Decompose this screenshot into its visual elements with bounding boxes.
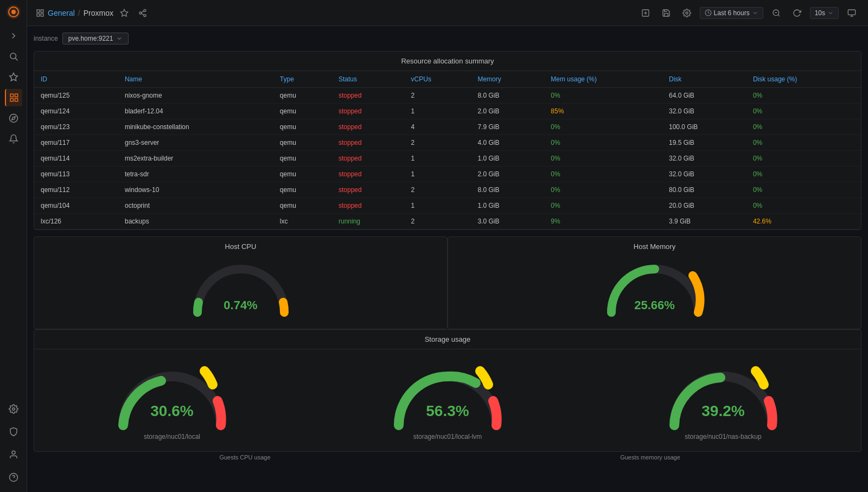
- resource-allocation-title: Resource allocation summary: [34, 52, 861, 71]
- topbar-nav: General / Proxmox: [36, 7, 631, 20]
- filter-instance-label: instance: [34, 35, 58, 42]
- svg-point-29: [686, 12, 688, 14]
- breadcrumb: General / Proxmox: [48, 9, 113, 17]
- cell-mem-usage: 0%: [544, 182, 662, 198]
- cell-vcpus: 2: [405, 182, 471, 198]
- sidebar-item-user[interactable]: [5, 446, 22, 463]
- share-icon: [138, 9, 147, 17]
- guests-cpu-label: Guests CPU usage: [42, 454, 448, 461]
- table-row[interactable]: qemu/112 windows-10 qemu stopped 2 8.0 G…: [34, 182, 861, 198]
- host-cpu-value: 0.74%: [224, 298, 257, 312]
- star-button[interactable]: [117, 7, 132, 20]
- tv-icon: [847, 9, 856, 17]
- refresh-interval-picker[interactable]: 10s: [810, 7, 839, 19]
- col-vcpus[interactable]: vCPUs: [405, 71, 471, 88]
- instance-filter-dropdown[interactable]: pve.home:9221: [62, 33, 129, 44]
- cell-status: stopped: [332, 182, 405, 198]
- cell-disk: 3.9 GiB: [662, 214, 746, 229]
- breadcrumb-proxmox: Proxmox: [84, 9, 113, 17]
- cell-status: stopped: [332, 198, 405, 214]
- cell-memory: 2.0 GiB: [471, 104, 544, 119]
- table-row[interactable]: qemu/123 minikube-constellation qemu sto…: [34, 119, 861, 135]
- table-row[interactable]: qemu/125 nixos-gnome qemu stopped 2 8.0 …: [34, 88, 861, 104]
- zoom-out-button[interactable]: [769, 7, 784, 20]
- sidebar-item-settings[interactable]: [5, 400, 22, 418]
- cell-id: qemu/124: [34, 104, 118, 119]
- table-row[interactable]: qemu/104 octoprint qemu stopped 1 1.0 Gi…: [34, 198, 861, 214]
- col-type[interactable]: Type: [273, 71, 332, 88]
- sidebar-item-help[interactable]: [5, 469, 22, 486]
- share-button[interactable]: [135, 7, 150, 20]
- sidebar-item-search[interactable]: [5, 48, 22, 65]
- storage-gauge-2: 56.3% storage/nuc01/local-lvm: [310, 355, 585, 440]
- cell-type: qemu: [273, 104, 332, 119]
- svg-point-10: [9, 114, 17, 123]
- cell-disk: 32.0 GiB: [662, 104, 746, 119]
- col-status[interactable]: Status: [332, 71, 405, 88]
- table-row[interactable]: lxc/126 backups lxc running 2 3.0 GiB 9%…: [34, 214, 861, 229]
- cell-disk-usage: 0%: [746, 88, 861, 104]
- cell-disk: 80.0 GiB: [662, 182, 746, 198]
- cell-vcpus: 2: [405, 214, 471, 229]
- cell-name: nixos-gnome: [118, 88, 273, 104]
- sidebar-item-starred[interactable]: [5, 68, 22, 86]
- table-row[interactable]: qemu/114 ms2extra-builder qemu stopped 1…: [34, 151, 861, 167]
- cell-memory: 1.0 GiB: [471, 151, 544, 167]
- svg-rect-34: [848, 10, 855, 15]
- storage-value-3: 39.2%: [701, 402, 744, 420]
- host-cpu-gauge: 0.74%: [187, 253, 295, 318]
- col-name[interactable]: Name: [118, 71, 273, 88]
- zoom-icon: [772, 9, 781, 17]
- host-metrics-row: Host CPU 0.74% Host Memory: [34, 237, 861, 329]
- cell-type: qemu: [273, 182, 332, 198]
- save-button[interactable]: [659, 7, 674, 20]
- svg-line-25: [142, 11, 144, 12]
- add-panel-button[interactable]: [638, 7, 653, 20]
- cell-disk-usage: 0%: [746, 198, 861, 214]
- chevron-down-icon: [752, 10, 758, 16]
- svg-point-23: [144, 14, 146, 16]
- svg-rect-7: [15, 94, 17, 97]
- chevron-down-icon2: [827, 10, 834, 16]
- cell-memory: 8.0 GiB: [471, 88, 544, 104]
- time-range-picker[interactable]: Last 6 hours: [700, 7, 763, 19]
- cell-disk: 19.5 GiB: [662, 135, 746, 151]
- cell-mem-usage: 0%: [544, 119, 662, 135]
- sidebar: [0, 0, 27, 492]
- table-row[interactable]: qemu/113 tetra-sdr qemu stopped 1 2.0 Gi…: [34, 167, 861, 182]
- tv-mode-button[interactable]: [844, 7, 859, 20]
- col-id[interactable]: ID: [34, 71, 118, 88]
- cell-disk: 20.0 GiB: [662, 198, 746, 214]
- cell-disk-usage: 0%: [746, 182, 861, 198]
- instance-filter-value: pve.home:9221: [68, 35, 113, 42]
- host-cpu-panel: Host CPU 0.74%: [34, 237, 448, 329]
- chevron-down-icon3: [116, 35, 123, 42]
- cell-status: stopped: [332, 119, 405, 135]
- sidebar-expand[interactable]: [5, 27, 22, 44]
- dashboard-settings-button[interactable]: [679, 7, 694, 20]
- col-disk[interactable]: Disk: [662, 71, 746, 88]
- svg-marker-20: [120, 9, 127, 16]
- table-row[interactable]: qemu/124 bladerf-12.04 qemu stopped 1 2.…: [34, 104, 861, 119]
- sidebar-item-explore[interactable]: [5, 110, 22, 127]
- svg-point-3: [10, 53, 16, 59]
- svg-rect-16: [37, 10, 40, 12]
- refresh-interval-label: 10s: [815, 9, 825, 17]
- table-row[interactable]: qemu/117 gns3-server qemu stopped 2 4.0 …: [34, 135, 861, 151]
- col-mem-usage[interactable]: Mem usage (%): [544, 71, 662, 88]
- refresh-button[interactable]: [789, 7, 805, 20]
- sidebar-item-alerting[interactable]: [5, 130, 22, 148]
- add-panel-icon: [641, 9, 650, 17]
- svg-rect-8: [10, 99, 13, 101]
- cell-vcpus: 1: [405, 104, 471, 119]
- host-memory-value: 25.66%: [634, 298, 675, 312]
- breadcrumb-general[interactable]: General: [48, 9, 75, 17]
- col-memory[interactable]: Memory: [471, 71, 544, 88]
- svg-point-21: [144, 9, 146, 11]
- storage-label-2: storage/nuc01/local-lvm: [413, 433, 482, 440]
- sidebar-item-shield[interactable]: [5, 423, 22, 440]
- sidebar-logo[interactable]: [6, 4, 21, 21]
- sidebar-item-dashboards[interactable]: [5, 89, 22, 106]
- col-disk-usage[interactable]: Disk usage (%): [746, 71, 861, 88]
- cell-memory: 3.0 GiB: [471, 214, 544, 229]
